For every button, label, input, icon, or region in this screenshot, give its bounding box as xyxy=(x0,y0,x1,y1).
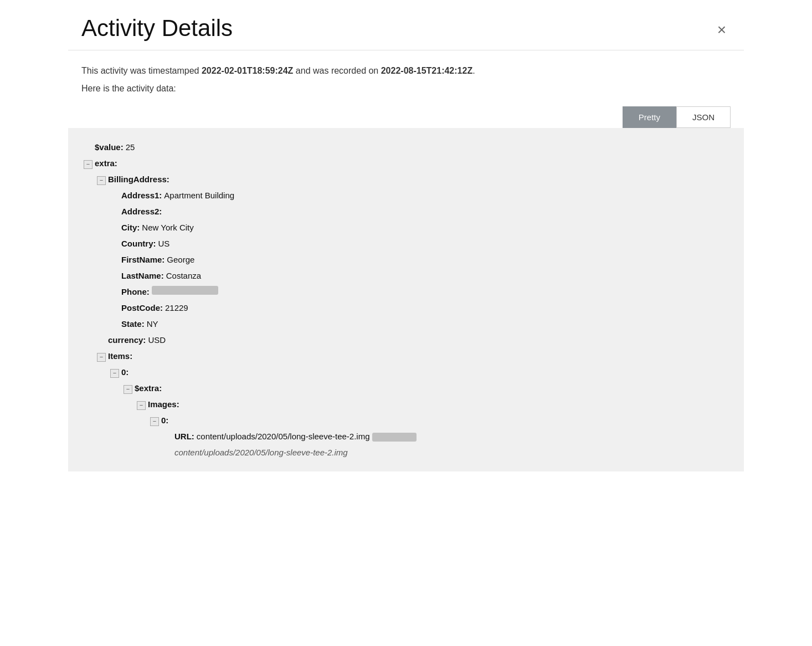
key-images: Images: xyxy=(148,397,179,412)
key-billing: BillingAddress: xyxy=(108,172,169,187)
truncated-content: content/uploads/2020/05/long-sleeve-tee-… xyxy=(174,445,348,460)
tree-row-state: State: NY xyxy=(110,316,728,332)
val-address1: Apartment Building xyxy=(164,188,234,203)
val-firstname: George xyxy=(167,252,194,267)
url-partial-text: content/uploads/2020/05/long-sleeve-tee-… xyxy=(197,432,370,441)
images-children: − 0: xyxy=(150,412,728,460)
items-children: − 0: − $extra: xyxy=(110,364,728,460)
billing-children: Address1: Apartment Building Address2: xyxy=(110,187,728,332)
key-address1: Address1: xyxy=(121,188,162,203)
tree-row-extra: − extra: xyxy=(84,155,728,171)
key-img0: 0: xyxy=(161,413,168,428)
tree-node-value: $value: 25 xyxy=(84,139,728,155)
modal-header: Activity Details × xyxy=(68,0,744,50)
view-toggle: Pretty JSON xyxy=(81,106,731,128)
tree-node-img0: − 0: xyxy=(150,412,728,460)
json-button[interactable]: JSON xyxy=(676,106,731,128)
key-value: $value: xyxy=(95,140,124,155)
tree-row-firstname: FirstName: George xyxy=(110,252,728,268)
tree-row-lastname: LastName: Costanza xyxy=(110,268,728,284)
val-value: 25 xyxy=(126,140,135,155)
collapse-billing-icon[interactable]: − xyxy=(97,176,106,185)
collapse-item0-icon[interactable]: − xyxy=(110,369,119,378)
key-extra: extra: xyxy=(95,156,117,171)
key-sextra: $extra: xyxy=(135,381,162,396)
item0-children: − $extra: − Images: xyxy=(124,380,728,460)
close-button[interactable]: × xyxy=(713,20,731,40)
tree-node-item0: − 0: − $extra: xyxy=(110,364,728,460)
description-line1: This activity was timestamped 2022-02-01… xyxy=(81,64,731,78)
tree-row-billing: − BillingAddress: xyxy=(97,171,728,187)
tree-row-truncated: content/uploads/2020/05/long-sleeve-tee-… xyxy=(163,444,728,460)
val-lastname: Costanza xyxy=(166,268,201,283)
key-country: Country: xyxy=(121,236,156,251)
collapse-images-icon[interactable]: − xyxy=(137,401,146,410)
key-item0: 0: xyxy=(121,365,129,380)
description-line2: Here is the activity data: xyxy=(81,81,731,96)
tree-row-currency: currency: USD xyxy=(97,332,728,348)
phone-redacted-value xyxy=(152,286,218,295)
tree-node-images: − Images: − xyxy=(137,396,728,460)
key-items: Items: xyxy=(108,348,132,363)
tree-row-city: City: New York City xyxy=(110,219,728,235)
collapse-extra-icon[interactable]: − xyxy=(84,160,92,169)
tree-row-sextra: − $extra: xyxy=(124,380,728,396)
tree-row-images: − Images: xyxy=(137,396,728,412)
tree-row-phone: Phone: xyxy=(110,284,728,300)
collapse-sextra-icon[interactable]: − xyxy=(124,385,132,394)
url-redacted-value xyxy=(372,433,417,442)
key-city: City: xyxy=(121,220,140,235)
tree-row-address1: Address1: Apartment Building xyxy=(110,187,728,203)
tree-row-item0: − 0: xyxy=(110,364,728,380)
tree-row-country: Country: US xyxy=(110,235,728,252)
tree-node-billing: − BillingAddress: Address1: Apartment Bu… xyxy=(97,171,728,332)
tree-node-items: − Items: − 0: xyxy=(97,348,728,460)
modal-body: This activity was timestamped 2022-02-01… xyxy=(68,50,744,128)
tree-row-postcode: PostCode: 21229 xyxy=(110,300,728,316)
key-currency: currency: xyxy=(108,332,146,347)
val-country: US xyxy=(158,236,170,251)
tree-row-items: − Items: xyxy=(97,348,728,364)
extra-children: − BillingAddress: Address1: Apartment Bu… xyxy=(97,171,728,460)
sextra-children: − Images: − xyxy=(137,396,728,460)
key-postcode: PostCode: xyxy=(121,300,163,315)
page-title: Activity Details xyxy=(81,16,233,41)
key-lastname: LastName: xyxy=(121,268,164,283)
key-address2: Address2: xyxy=(121,204,162,219)
key-firstname: FirstName: xyxy=(121,252,165,267)
img0-children: URL: content/uploads/2020/05/long-sleeve… xyxy=(163,428,728,460)
val-url: content/uploads/2020/05/long-sleeve-tee-… xyxy=(197,429,417,444)
pretty-button[interactable]: Pretty xyxy=(623,106,676,128)
tree-node-extra: − extra: − BillingAddress: Address1: xyxy=(84,155,728,460)
tree-node-sextra: − $extra: − Images: xyxy=(124,380,728,460)
modal-container: Activity Details × This activity was tim… xyxy=(68,0,744,646)
key-state: State: xyxy=(121,316,145,331)
tree-row-img0: − 0: xyxy=(150,412,728,428)
tree-row-address2: Address2: xyxy=(110,203,728,219)
key-url: URL: xyxy=(174,429,194,444)
val-city: New York City xyxy=(142,220,193,235)
collapse-items-icon[interactable]: − xyxy=(97,353,106,362)
val-postcode: 21229 xyxy=(165,300,188,315)
data-panel: $value: 25 − extra: − BillingAddress: xyxy=(68,128,744,471)
collapse-img0-icon[interactable]: − xyxy=(150,417,159,426)
key-phone: Phone: xyxy=(121,284,150,299)
val-currency: USD xyxy=(148,332,166,347)
val-state: NY xyxy=(147,316,158,331)
tree-row-value: $value: 25 xyxy=(84,139,728,155)
tree-row-url: URL: content/uploads/2020/05/long-sleeve… xyxy=(163,428,728,444)
